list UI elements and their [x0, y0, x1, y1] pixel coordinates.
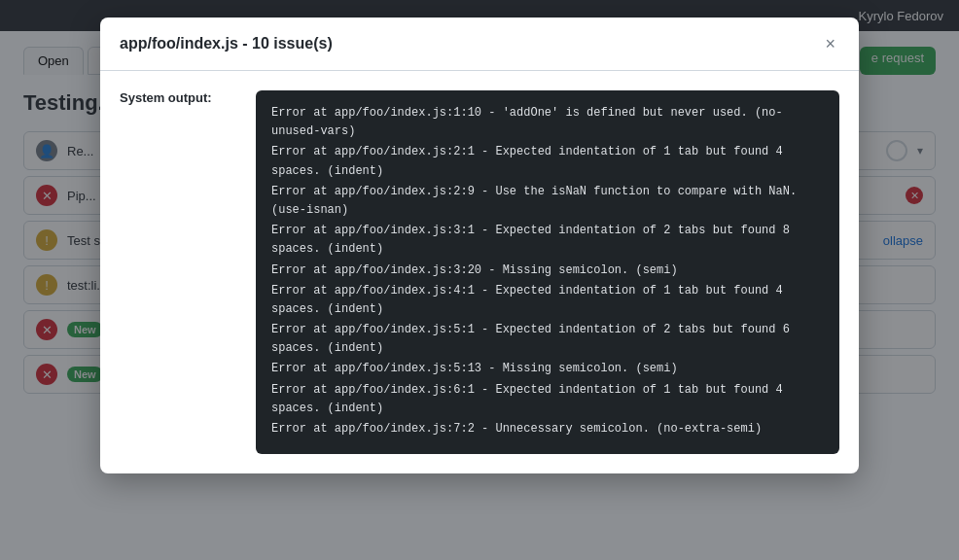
terminal-line: Error at app/foo/index.js:5:1 - Expected…: [271, 321, 824, 358]
terminal-line: Error at app/foo/index.js:2:1 - Expected…: [271, 143, 824, 180]
modal-dialog: app/foo/index.js - 10 issue(s) × System …: [100, 18, 859, 473]
modal-title: app/foo/index.js - 10 issue(s): [120, 35, 333, 52]
terminal-line: Error at app/foo/index.js:1:10 - 'addOne…: [271, 104, 824, 141]
modal-body: System output: Error at app/foo/index.js…: [100, 71, 859, 473]
terminal-line: Error at app/foo/index.js:4:1 - Expected…: [271, 282, 824, 319]
terminal-line: Error at app/foo/index.js:3:1 - Expected…: [271, 222, 824, 259]
modal-overlay: app/foo/index.js - 10 issue(s) × System …: [0, 0, 959, 560]
terminal-line: Error at app/foo/index.js:3:20 - Missing…: [271, 262, 824, 280]
terminal-line: Error at app/foo/index.js:2:9 - Use the …: [271, 183, 824, 220]
modal-header: app/foo/index.js - 10 issue(s) ×: [100, 18, 859, 71]
terminal-output[interactable]: Error at app/foo/index.js:1:10 - 'addOne…: [256, 90, 839, 454]
terminal-line: Error at app/foo/index.js:7:2 - Unnecess…: [271, 420, 824, 438]
modal-close-button[interactable]: ×: [821, 33, 839, 54]
system-output-label: System output:: [120, 90, 236, 454]
terminal-line: Error at app/foo/index.js:5:13 - Missing…: [271, 360, 824, 378]
terminal-line: Error at app/foo/index.js:6:1 - Expected…: [271, 381, 824, 418]
